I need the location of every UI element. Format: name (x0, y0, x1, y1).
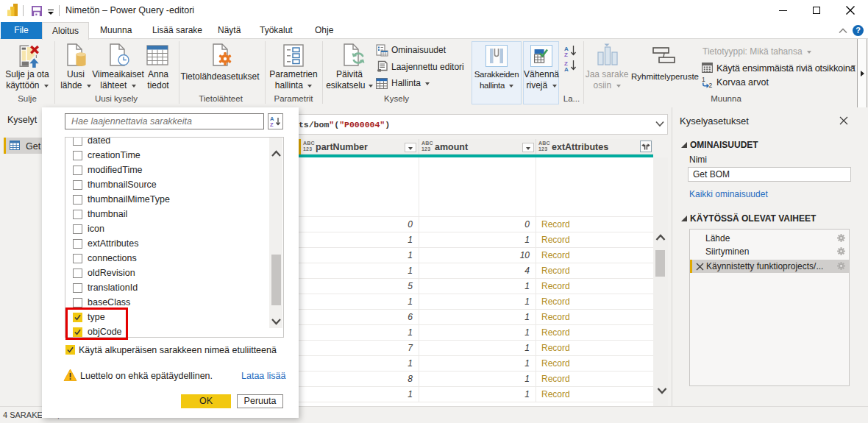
svg-text:2: 2 (708, 82, 712, 88)
svg-text:A: A (564, 66, 569, 71)
svg-text:Z: Z (564, 51, 568, 57)
svg-text:Z: Z (270, 121, 274, 127)
